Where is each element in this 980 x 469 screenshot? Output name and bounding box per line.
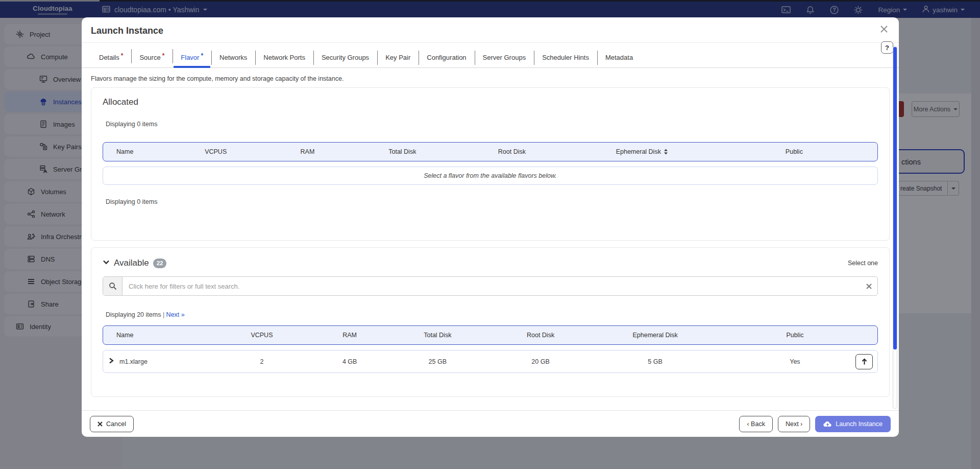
col-vcpus: VCPUS <box>170 148 261 155</box>
col-name: Name <box>103 332 216 339</box>
allocated-empty-row: Select a flavor from the available flavo… <box>103 167 878 185</box>
cancel-button[interactable]: Cancel <box>90 416 134 432</box>
cloud-upload-icon <box>823 420 832 427</box>
row-total-disk: 25 GB <box>392 358 483 365</box>
available-heading: Available <box>114 258 149 268</box>
available-count-badge: 22 <box>153 259 167 268</box>
col-vcpus: VCPUS <box>216 332 307 339</box>
launch-instance-modal: Launch Instance Details* Source* Flavor*… <box>82 17 899 437</box>
allocated-count-top: Displaying 0 items <box>106 121 878 128</box>
wizard-tabs: Details* Source* Flavor* Networks Networ… <box>82 43 899 68</box>
tab-source[interactable]: Source* <box>131 49 173 67</box>
row-vcpus: 2 <box>216 358 307 365</box>
required-marker: * <box>121 52 124 59</box>
row-root-disk: 20 GB <box>483 358 598 365</box>
available-table-header: Name VCPUS RAM Total Disk Root Disk Ephe… <box>103 325 878 345</box>
up-arrow-icon <box>861 358 868 365</box>
search-input[interactable] <box>122 283 860 290</box>
allocated-section: Allocated Displaying 0 items Name VCPUS … <box>91 87 890 241</box>
row-name-cell: m1.xlarge <box>103 357 216 366</box>
tab-networks[interactable]: Networks <box>211 51 255 67</box>
modal-scrollbar-thumb[interactable] <box>893 47 897 349</box>
col-root-disk: Root Disk <box>483 332 598 339</box>
available-section: Available 22 Select one Displaying 20 it… <box>91 247 890 397</box>
tab-security-groups[interactable]: Security Groups <box>313 51 377 67</box>
next-button[interactable]: Next › <box>778 416 810 432</box>
clear-search-icon[interactable] <box>860 284 877 289</box>
tab-configuration[interactable]: Configuration <box>419 51 474 67</box>
col-ram: RAM <box>307 332 391 339</box>
col-root-disk: Root Disk <box>451 148 573 155</box>
tab-network-ports[interactable]: Network Ports <box>255 51 313 67</box>
next-page-link[interactable]: Next » <box>166 311 185 318</box>
tab-flavor[interactable]: Flavor* <box>173 49 211 67</box>
modal-footer: Cancel ‹ Back Next › Launch Instance <box>82 410 899 437</box>
launch-instance-button[interactable]: Launch Instance <box>815 416 891 432</box>
tab-metadata[interactable]: Metadata <box>597 51 641 67</box>
flavor-row-m1-xlarge[interactable]: m1.xlarge 2 4 GB 25 GB 20 GB 5 GB Yes <box>103 350 878 373</box>
modal-title: Launch Instance <box>91 26 163 36</box>
row-ephemeral-disk: 5 GB <box>598 358 713 365</box>
allocated-count-bottom: Displaying 0 items <box>106 198 878 205</box>
col-ephemeral-disk: Ephemeral Disk <box>573 148 711 155</box>
back-button[interactable]: ‹ Back <box>739 416 772 432</box>
collapse-chevron-icon[interactable] <box>103 259 110 268</box>
tab-key-pair[interactable]: Key Pair <box>377 51 419 67</box>
required-marker: * <box>162 52 165 59</box>
row-ram: 4 GB <box>307 358 391 365</box>
col-ephemeral-disk: Ephemeral Disk <box>598 332 713 339</box>
col-public: Public <box>713 332 877 339</box>
allocate-flavor-button[interactable] <box>855 354 873 369</box>
flavor-description: Flavors manage the sizing for the comput… <box>91 75 890 82</box>
flavor-search-bar <box>103 276 878 296</box>
tab-server-groups[interactable]: Server Groups <box>475 51 534 67</box>
row-public: Yes <box>713 358 877 365</box>
cancel-x-icon <box>97 421 103 427</box>
col-total-disk: Total Disk <box>354 148 451 155</box>
sort-icon <box>664 149 668 155</box>
sort-ephemeral-disk[interactable]: Ephemeral Disk <box>616 148 668 155</box>
close-icon[interactable] <box>878 24 890 35</box>
tab-details[interactable]: Details* <box>91 49 131 67</box>
col-name: Name <box>103 148 170 155</box>
allocated-table-header: Name VCPUS RAM Total Disk Root Disk Ephe… <box>103 142 878 161</box>
search-icon[interactable] <box>103 277 122 295</box>
col-ram: RAM <box>261 148 354 155</box>
modal-help-button[interactable]: ? <box>881 41 893 54</box>
col-public: Public <box>711 148 877 155</box>
select-hint: Select one <box>848 260 878 267</box>
col-total-disk: Total Disk <box>392 332 483 339</box>
available-count-line: Displaying 20 items | Next » <box>106 311 878 318</box>
tab-scheduler-hints[interactable]: Scheduler Hints <box>534 51 597 67</box>
allocated-heading: Allocated <box>103 97 878 107</box>
required-marker: * <box>201 52 203 59</box>
modal-scrollbar-track <box>893 46 897 409</box>
expand-chevron-icon[interactable] <box>108 357 114 366</box>
